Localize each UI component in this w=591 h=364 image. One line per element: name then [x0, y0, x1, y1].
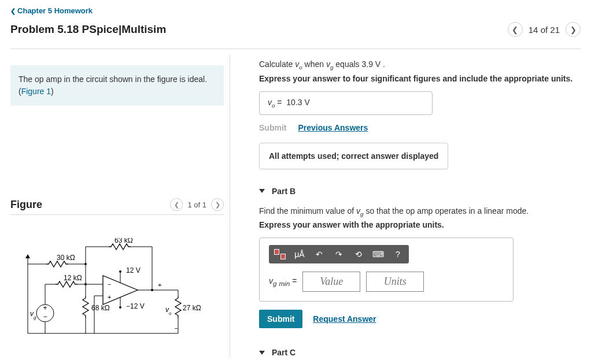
partB-title: Part B [272, 187, 296, 196]
value-input[interactable] [302, 272, 360, 292]
figure-heading: Figure [10, 199, 42, 211]
figure-next-button[interactable]: ❯ [211, 198, 224, 211]
caret-down-icon [259, 189, 265, 193]
partA-answer-display: vo = 10.3 V [259, 91, 433, 115]
problem-nav: ❮ 14 of 21 ❯ [508, 22, 581, 37]
problem-counter: 14 of 21 [529, 25, 560, 35]
partA-question: Calculate vo when vg equals 3.9 V . [259, 60, 581, 70]
svg-text:−12 V: −12 V [126, 302, 145, 310]
back-link[interactable]: Chapter 5 Homework [10, 6, 93, 15]
svg-text:30 kΩ: 30 kΩ [57, 254, 75, 262]
svg-text:−: − [108, 281, 111, 288]
svg-text:68 kΩ: 68 kΩ [91, 304, 110, 312]
keyboard-icon[interactable]: ⌨ [372, 248, 385, 261]
svg-text:−: − [43, 313, 47, 321]
svg-text:+: + [158, 281, 161, 288]
next-problem-button[interactable]: ❯ [566, 22, 581, 37]
svg-text:vg: vg [30, 310, 36, 320]
divider [10, 49, 581, 49]
svg-marker-35 [25, 254, 30, 258]
partC-header[interactable]: Part C [259, 348, 581, 357]
circuit-figure: + − − + + [10, 238, 207, 342]
request-answer-link[interactable]: Request Answer [313, 314, 376, 324]
svg-text:−: − [175, 325, 178, 332]
partB-eq-label: vg min = [269, 276, 297, 287]
svg-point-28 [119, 306, 121, 309]
partB-answer-entry: μÅ ↶ ↷ ⟲ ⌨ ? vg min = [259, 237, 514, 302]
problem-prompt: The op amp in the circuit shown in the f… [10, 65, 224, 106]
svg-text:+: + [108, 294, 111, 300]
svg-text:12 V: 12 V [126, 266, 141, 274]
partB-submit-button[interactable]: Submit [259, 310, 302, 328]
reset-icon[interactable]: ⟲ [352, 248, 365, 261]
svg-text:12 kΩ: 12 kΩ [64, 274, 82, 282]
svg-text:63 kΩ: 63 kΩ [114, 238, 133, 244]
redo-icon[interactable]: ↷ [333, 248, 345, 261]
partB-question: Find the minimum value of vg so that the… [259, 206, 581, 217]
svg-point-30 [151, 289, 153, 291]
template-tool-icon[interactable] [274, 248, 286, 261]
svg-text:vo: vo [165, 306, 172, 316]
undo-icon[interactable]: ↶ [313, 248, 326, 261]
caret-down-icon [259, 351, 265, 355]
figure-counter: 1 of 1 [187, 200, 206, 209]
partB-header[interactable]: Part B [259, 187, 581, 196]
svg-point-26 [119, 270, 121, 273]
partC-title: Part C [272, 348, 296, 357]
units-tool-icon[interactable]: μÅ [293, 248, 306, 261]
partA-feedback: All attempts used; correct answer displa… [259, 143, 448, 169]
figure-link[interactable]: Figure 1 [21, 87, 51, 96]
figure-prev-button[interactable]: ❮ [170, 198, 183, 211]
previous-answers-link[interactable]: Previous Answers [298, 123, 368, 132]
svg-text:27 kΩ: 27 kΩ [183, 304, 201, 312]
partA-submit-button: Submit [259, 123, 286, 132]
prompt-close: ) [51, 87, 54, 96]
partB-instructions: Express your answer with the appropriate… [259, 220, 581, 229]
prev-problem-button[interactable]: ❮ [508, 22, 523, 37]
problem-title: Problem 5.18 PSpice|Multisim [10, 23, 166, 36]
units-input[interactable] [366, 272, 424, 292]
partA-instructions: Express your answer to four significant … [259, 74, 581, 83]
svg-text:+: + [43, 304, 47, 312]
help-icon[interactable]: ? [391, 248, 404, 261]
equation-toolbar: μÅ ↶ ↷ ⟲ ⌨ ? [269, 245, 409, 263]
